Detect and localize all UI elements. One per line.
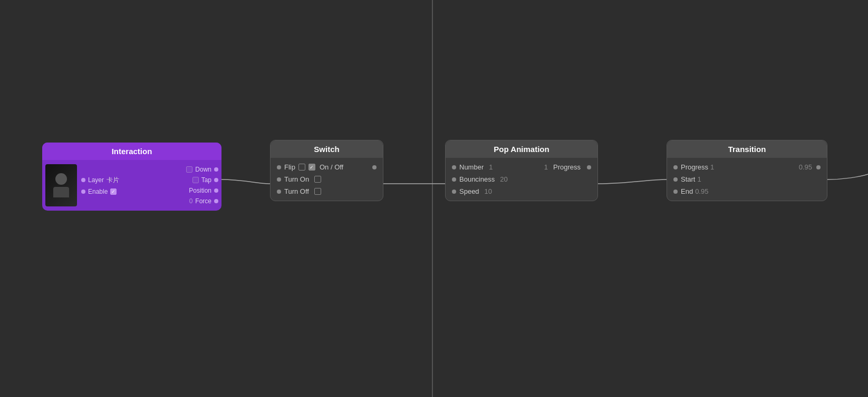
flip-on-off-checkbox[interactable]: ✓ — [308, 164, 315, 171]
field-progress-pop: 1 Progress — [544, 163, 591, 171]
node-interaction: Interaction Layer 卡片 Enable — [42, 143, 221, 211]
dot-number — [452, 165, 456, 169]
dot-turn-on-in — [277, 177, 281, 182]
field-number-label: Number — [459, 163, 484, 171]
field-start: Start 1 — [673, 175, 821, 183]
dot-flip-out — [372, 165, 377, 169]
interaction-title: Interaction — [112, 147, 152, 156]
dot-progress-out — [587, 165, 591, 169]
transition-title: Transition — [728, 145, 766, 154]
field-layer-label: Layer — [88, 176, 104, 184]
node-transition: Transition Progress 1 0.95 Start 1 End — [667, 140, 827, 201]
field-layer-value: 卡片 — [107, 176, 119, 185]
node-pop-animation: Pop Animation Number 1 Bounciness 20 Spe… — [445, 140, 598, 201]
turn-off-checkbox[interactable] — [314, 188, 321, 195]
field-progress-trans: Progress 1 0.95 — [673, 163, 821, 171]
thumbnail-figure — [55, 173, 67, 185]
flip-checkbox[interactable] — [298, 164, 305, 171]
pop-left-fields: Number 1 Bounciness 20 Speed 10 — [452, 163, 544, 195]
dot-flip-in — [277, 165, 281, 169]
field-turn-on: Turn On — [277, 175, 377, 183]
field-progress-trans-value: 1 — [710, 163, 714, 171]
field-progress-pop-label: Progress — [553, 163, 581, 171]
field-start-value: 1 — [697, 175, 701, 183]
field-tap-label: Tap — [201, 176, 211, 184]
canvas: Interaction Layer 卡片 Enable — [0, 0, 868, 397]
dot-end-in — [673, 190, 678, 194]
field-tap: Tap — [192, 176, 218, 184]
interaction-header: Interaction — [42, 143, 221, 160]
dot-bounciness — [452, 177, 456, 182]
switch-body: Flip ✓ On / Off Turn On Turn Off — [271, 158, 383, 201]
dot-position — [214, 188, 218, 193]
pop-header: Pop Animation — [446, 140, 597, 158]
field-bounciness-label: Bounciness — [459, 175, 495, 183]
switch-header: Switch — [271, 140, 383, 158]
field-end-label: End — [681, 187, 693, 195]
dot-down — [214, 167, 218, 172]
pop-body: Number 1 Bounciness 20 Speed 10 1 Progre — [446, 158, 597, 201]
dot-turn-off-in — [277, 190, 281, 194]
field-number: Number 1 — [452, 163, 544, 171]
field-progress-trans-label: Progress — [681, 163, 708, 171]
interaction-right-fields: Down Tap Position 0 Force — [150, 164, 218, 206]
dot-enable — [81, 190, 85, 194]
enable-checkbox[interactable]: ✓ — [110, 188, 117, 195]
field-end-value: 0.95 — [695, 187, 708, 195]
pop-title: Pop Animation — [494, 145, 549, 154]
interaction-left-fields: Layer 卡片 Enable ✓ — [81, 164, 150, 206]
thumbnail-body — [53, 187, 69, 197]
dot-start-in — [673, 177, 678, 182]
field-turn-off: Turn Off — [277, 187, 377, 195]
field-down: Down — [186, 166, 218, 173]
field-position: Position — [189, 187, 218, 194]
field-layer: Layer 卡片 — [81, 176, 150, 185]
field-start-label: Start — [681, 175, 695, 183]
field-speed: Speed 10 — [452, 187, 544, 195]
field-enable-label: Enable — [88, 188, 108, 195]
node-switch: Switch Flip ✓ On / Off Turn On Turn Off — [270, 140, 383, 201]
transition-body: Progress 1 0.95 Start 1 End 0.95 — [667, 158, 827, 201]
transition-header: Transition — [667, 140, 827, 158]
down-square[interactable] — [186, 166, 192, 173]
dot-layer — [81, 178, 85, 182]
interaction-thumbnail — [45, 164, 77, 206]
field-on-off-label: On / Off — [320, 163, 343, 171]
dot-force — [214, 199, 218, 203]
dot-speed — [452, 190, 456, 194]
field-turn-on-label: Turn On — [284, 175, 309, 183]
dot-progress-in — [673, 165, 678, 169]
field-speed-value: 10 — [485, 187, 492, 195]
field-flip: Flip ✓ On / Off — [277, 163, 377, 171]
field-enable: Enable ✓ — [81, 188, 150, 195]
field-flip-label: Flip — [284, 163, 295, 171]
tap-square[interactable] — [192, 177, 199, 183]
field-progress-pop-value: 1 — [544, 163, 548, 171]
field-force: 0 Force — [189, 197, 218, 205]
field-end: End 0.95 — [673, 187, 821, 195]
switch-title: Switch — [314, 145, 339, 154]
field-number-value: 1 — [489, 163, 493, 171]
dot-progress-trans-out — [816, 165, 821, 169]
pop-right-fields: 1 Progress — [544, 163, 591, 195]
field-progress-right-value: 0.95 — [799, 163, 812, 171]
field-position-label: Position — [189, 187, 211, 194]
field-bounciness: Bounciness 20 — [452, 175, 544, 183]
dot-tap — [214, 178, 218, 182]
field-speed-label: Speed — [459, 187, 479, 195]
field-force-label: Force — [195, 197, 211, 205]
turn-on-checkbox[interactable] — [314, 176, 321, 183]
field-force-value: 0 — [189, 197, 193, 205]
field-down-label: Down — [195, 166, 211, 173]
field-bounciness-value: 20 — [500, 175, 507, 183]
field-turn-off-label: Turn Off — [284, 187, 309, 195]
